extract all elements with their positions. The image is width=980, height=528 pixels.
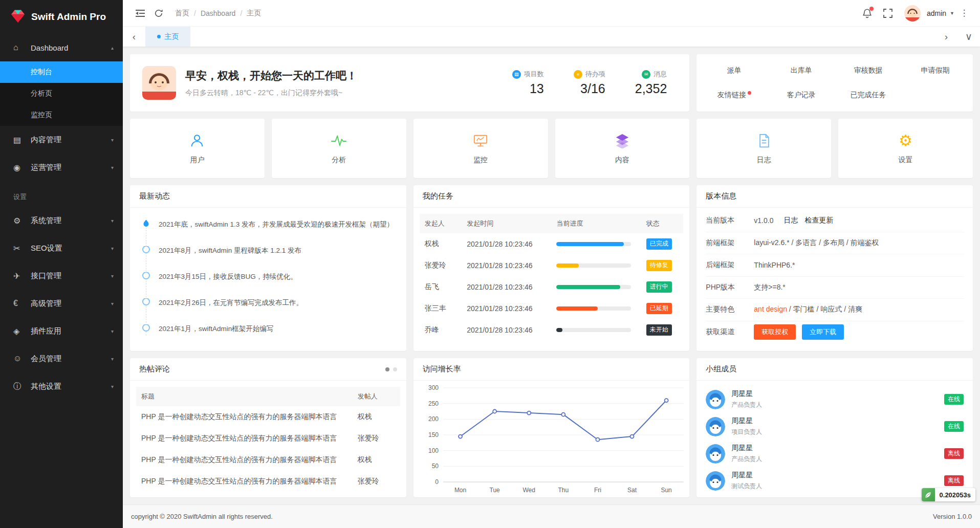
- member-avatar: [706, 444, 725, 464]
- sidebar-item-label: 高级管理: [31, 299, 111, 309]
- download-button[interactable]: 立即下载: [802, 324, 844, 340]
- tab-menu-button[interactable]: ∨: [957, 27, 980, 47]
- sidebar-item-other-settings[interactable]: ⓘ 其他设置 ▾: [0, 372, 123, 400]
- changelog-link[interactable]: 日志: [783, 216, 798, 225]
- task-name: 岳飞: [420, 276, 462, 298]
- shortcut-content[interactable]: 内容: [555, 119, 690, 178]
- shortcut-logs[interactable]: 日志: [696, 119, 831, 178]
- carousel-dot[interactable]: [385, 367, 389, 371]
- sidebar-item-monitor[interactable]: 监控页: [0, 104, 123, 126]
- sidebar-item-members-mgmt[interactable]: ☺ 会员管理 ▾: [0, 345, 123, 372]
- breadcrumb-dashboard[interactable]: Dashboard: [201, 9, 236, 17]
- table-row[interactable]: PHP 是一种创建动态交互性站点的强有力的服务器端脚本语言 权栈: [136, 492, 400, 497]
- table-row[interactable]: 张爱玲 2021/01/28 10:23:46 待修复: [420, 255, 684, 276]
- version-text: Version 1.0.0: [933, 513, 972, 520]
- quick-link-audit-data[interactable]: 审核数据: [835, 66, 902, 75]
- shortcut-users[interactable]: 用户: [130, 119, 265, 178]
- get-license-button[interactable]: 获取授权: [754, 324, 796, 340]
- sidebar-item-plugins[interactable]: ◈ 插件应用 ▾: [0, 317, 123, 345]
- timeline-item[interactable]: 2021年底，swiftAdmin 1.3 发布，并发展成最受欢迎的极速开发框架…: [142, 220, 397, 229]
- frontend-framework-value: layui-v2.6.* / 多语言 / 多布局 / 前端鉴权: [754, 238, 879, 248]
- timeline-item[interactable]: 2021年1月，swiftAdmin框架开始编写: [142, 324, 397, 334]
- table-row[interactable]: 权栈 2021/01/28 10:23:46 已完成: [420, 233, 684, 255]
- app-logo[interactable]: Swift Admin Pro: [0, 0, 123, 34]
- sidebar-item-system-mgmt[interactable]: ⚙ 系统管理 ▾: [0, 207, 123, 234]
- quick-link-completed-tasks[interactable]: 已完成任务: [835, 91, 902, 100]
- comment-author: 权栈: [353, 406, 400, 428]
- sidebar-item-content-mgmt[interactable]: ▤ 内容管理 ▾: [0, 126, 123, 153]
- sidebar-item-console[interactable]: 控制台: [0, 61, 123, 83]
- table-row[interactable]: 岳飞 2021/01/28 10:23:46 进行中: [420, 276, 684, 298]
- shortcut-analysis[interactable]: 分析: [272, 119, 406, 178]
- tasks-table: 发起人 发起时间 当前进度 状态 权栈 2021/01/28 10:23:46: [420, 214, 684, 341]
- version-row-label: PHP版本: [706, 283, 754, 292]
- task-progress-cell: [551, 319, 641, 341]
- member-role: 测试负责人: [731, 482, 762, 491]
- sidebar-item-label: 内容管理: [31, 135, 111, 145]
- table-row[interactable]: PHP 是一种创建动态交互性站点的强有力的服务器端脚本语言 张爱玲: [136, 471, 400, 492]
- chart-container: 050100150200250300MonTueWedThuFriSatSun: [413, 381, 690, 497]
- task-time: 2021/01/28 10:23:46: [462, 298, 551, 319]
- task-time: 2021/01/28 10:23:46: [462, 255, 551, 276]
- quick-link-label: 友情链接: [717, 91, 746, 99]
- shortcut-monitor[interactable]: 监控: [413, 119, 548, 178]
- sidebar-nav: ⌂ Dashboard ▴ 控制台 分析页 监控页 ▤ 内容管理 ▾ ◉ 运营管…: [0, 34, 123, 528]
- timeline-item[interactable]: 2021年2月26日，在元宵节编写完成发布工作。: [142, 298, 397, 307]
- quick-link-outbound[interactable]: 出库单: [768, 66, 835, 75]
- username-dropdown[interactable]: admin: [927, 9, 946, 17]
- sidebar-item-operations-mgmt[interactable]: ◉ 运营管理 ▾: [0, 153, 123, 181]
- sidebar-item-dashboard[interactable]: ⌂ Dashboard ▴: [0, 34, 123, 61]
- quick-link-friend-links[interactable]: 友情链接: [701, 91, 768, 100]
- table-row[interactable]: PHP 是一种创建动态交互性站点的强有力的服务器端脚本语言 张爱玲: [136, 428, 400, 449]
- growth-line-chart: 050100150200250300MonTueWedThuFriSatSun: [419, 381, 690, 497]
- sidebar-item-label: Dashboard: [31, 43, 111, 52]
- carousel-dot[interactable]: [393, 367, 397, 371]
- load-time-badge: 0.202053s: [922, 488, 975, 501]
- timeline-item[interactable]: 2021年3月15日，接收反馈BUG，持续优化。: [142, 272, 397, 281]
- task-status-cell: 进行中: [641, 276, 684, 298]
- sidebar-collapse-button[interactable]: [131, 4, 149, 23]
- gear-icon: ⚙: [13, 216, 27, 226]
- table-row[interactable]: 乔峰 2021/01/28 10:23:46 未开始: [420, 319, 684, 341]
- fullscreen-button[interactable]: [879, 4, 897, 23]
- chevron-down-icon: ▾: [111, 137, 114, 143]
- refresh-button[interactable]: [149, 4, 168, 23]
- app-window: Swift Admin Pro ⌂ Dashboard ▴ 控制台 分析页 监控…: [0, 0, 980, 528]
- quick-link-customer-records[interactable]: 客户记录: [768, 91, 835, 100]
- quick-link-dispatch[interactable]: 派单: [701, 66, 768, 75]
- tab-scroll-right-button[interactable]: ›: [935, 27, 957, 47]
- task-name: 张三丰: [420, 298, 462, 319]
- table-row[interactable]: PHP 是一种创建动态交互性站点的强有力的服务器端脚本语言 权栈: [136, 406, 400, 428]
- list-item[interactable]: 周星星产品负责人 在线: [706, 386, 964, 413]
- php-version-value: 支持>=8.*: [754, 283, 785, 292]
- table-row[interactable]: 张三丰 2021/01/28 10:23:46 已延期: [420, 298, 684, 319]
- visit-growth-card: 访问增长率 050100150200250300MonTueWedThuFriS…: [413, 358, 690, 497]
- user-avatar[interactable]: [904, 5, 921, 21]
- latest-news-card: 最新动态 2021年底，swiftAdmin 1.3 发布，并发展成最受欢迎的极…: [130, 185, 406, 351]
- sidebar-item-analysis[interactable]: 分析页: [0, 83, 123, 104]
- welcome-greeting: 早安，权栈，开始您一天的工作吧！: [185, 69, 357, 83]
- table-row[interactable]: PHP 是一种创建动态交互性站点的强有力的服务器端脚本语言 权栈: [136, 449, 400, 471]
- list-item[interactable]: 周星星项目负责人 在线: [706, 413, 964, 440]
- card-title: 小组成员: [696, 358, 973, 381]
- sidebar-item-advanced-mgmt[interactable]: € 高级管理 ▾: [0, 290, 123, 317]
- sidebar-item-api-mgmt[interactable]: ✈ 接口管理 ▾: [0, 262, 123, 290]
- check-update-link[interactable]: 检查更新: [804, 216, 833, 225]
- tab-scroll-left-button[interactable]: ‹: [123, 27, 145, 47]
- chevron-down-icon[interactable]: ▼: [950, 11, 954, 16]
- version-row: 后端框架 ThinkPHP6.*: [706, 254, 964, 277]
- more-options-button[interactable]: ⋮: [956, 8, 972, 18]
- shortcut-settings[interactable]: ⚙ 设置: [838, 119, 973, 178]
- tab-home[interactable]: 主页: [145, 27, 190, 47]
- timeline-item[interactable]: 2021年8月，swiftAdmin 里程碑版本 1.2.1 发布: [142, 246, 397, 255]
- breadcrumb-home[interactable]: 首页: [175, 9, 189, 18]
- status-badge: 已完成: [646, 238, 672, 250]
- version-row: 当前版本 v1.0.0 日志 检查更新: [706, 210, 964, 232]
- notification-bell-button[interactable]: [858, 4, 877, 23]
- quick-link-leave-request[interactable]: 申请假期: [902, 66, 969, 75]
- tab-active-dot: [157, 35, 161, 38]
- sidebar-item-seo-settings[interactable]: ✂ SEO设置 ▾: [0, 234, 123, 262]
- list-item[interactable]: 周星星产品负责人 离线: [706, 440, 964, 467]
- ant-design-link[interactable]: ant design: [754, 305, 787, 313]
- file-icon: [757, 133, 771, 149]
